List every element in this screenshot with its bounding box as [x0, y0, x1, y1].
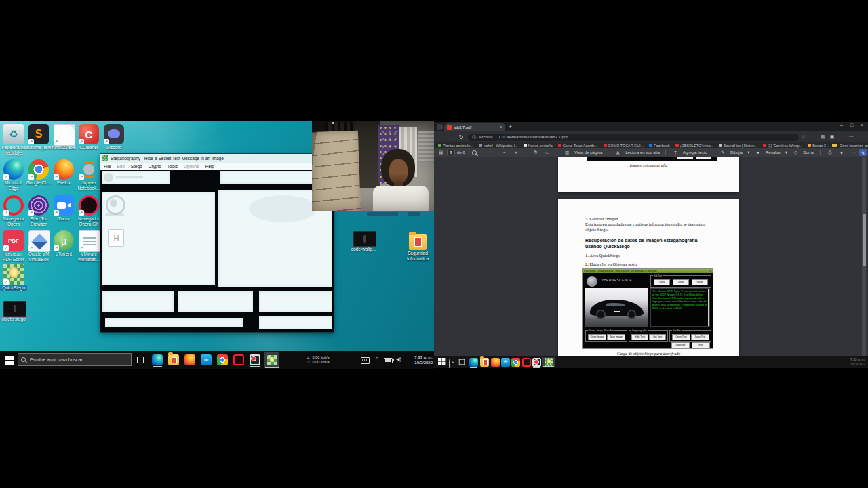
taskbar-app-recorder[interactable]: [250, 354, 260, 365]
upgrade-exit-group-washed[interactable]: [259, 316, 332, 329]
file-info-icon[interactable]: ⓘ: [472, 134, 477, 140]
bookmark-item[interactable]: ¡OBSOLETO! mira...: [675, 144, 713, 148]
taskbar-app-edge[interactable]: [152, 354, 163, 365]
draw-button[interactable]: Dibujar: [730, 150, 743, 155]
window-minimize-button[interactable]: –: [837, 123, 846, 127]
bookmark-item[interactable]: COMO TOCAR GUI...: [604, 144, 644, 148]
taskbar-app-explorer[interactable]: [168, 354, 179, 365]
pdf-page-number-input[interactable]: 3: [447, 150, 455, 155]
desktop-icon-code-wallpaper[interactable]: code-wallp...: [349, 231, 378, 252]
erase-button[interactable]: Borrar: [803, 150, 814, 155]
menu-stego[interactable]: Stego: [131, 164, 142, 169]
zoom-in-icon[interactable]: +: [512, 150, 520, 155]
start-button[interactable]: [438, 358, 445, 365]
scrollbar-thumb[interactable]: [863, 214, 866, 266]
desktop-icon-objeto-stego[interactable]: objeto stego: [0, 301, 27, 322]
menu-edit[interactable]: Edit: [117, 164, 124, 169]
picture-file-group-washed[interactable]: [102, 291, 174, 312]
desktop-icon-virtualbox[interactable]: ↗ Oracle VM VirtualBox: [25, 230, 52, 262]
taskbar-app-chrome[interactable]: [217, 354, 228, 365]
taskbar-app-explorer[interactable]: [480, 358, 489, 367]
address-bar[interactable]: ⓘ Archivo | C:/Users/admin/Downloads/lab…: [468, 134, 799, 141]
taskbar-app-mail[interactable]: [501, 358, 510, 367]
pdf-scrollbar[interactable]: [862, 157, 866, 356]
bookmark-item[interactable]: (1) 'Careless Whisp...: [763, 144, 802, 148]
desktop-icon-rundll32[interactable]: ↗ rundll32.exe: [50, 124, 77, 150]
bookmark-item[interactable]: Facebook: [649, 144, 670, 148]
desktop-icon-quickstego[interactable]: ↗ QuickStego: [0, 264, 27, 291]
back-icon[interactable]: ←: [434, 134, 445, 140]
new-tab-button[interactable]: +: [509, 123, 512, 130]
more-tools-icon[interactable]: ⋯: [849, 150, 857, 155]
desktop-icon-edge[interactable]: ↗ Microsoft Edge: [0, 159, 27, 190]
taskbar-clock[interactable]: 7:33 p. m. 10/3/2022: [406, 354, 433, 365]
desktop-icon-ccleaner[interactable]: ↗ CCleaner: [75, 124, 102, 150]
taskbar-app-recorder[interactable]: [532, 358, 541, 367]
desktop-icon-chrome[interactable]: ↗ Google Ch...: [25, 159, 52, 186]
collections-icon[interactable]: ▤: [818, 134, 827, 140]
image-panel-washed[interactable]: H: [102, 192, 215, 285]
speaker-icon[interactable]: ◀): [396, 356, 401, 363]
menu-options[interactable]: Options: [184, 164, 199, 169]
menu-help[interactable]: Help: [205, 164, 214, 169]
save-icon[interactable]: ▼: [837, 150, 846, 155]
taskbar-app-quickstego-active[interactable]: [264, 352, 279, 368]
desktop-icon-sublime-text[interactable]: ↗ sublime_text: [25, 124, 52, 150]
window-close-button[interactable]: ×: [857, 123, 867, 127]
tab-actions-icon[interactable]: [437, 124, 443, 130]
taskbar-app-edge[interactable]: [469, 358, 478, 367]
steganography-group-washed[interactable]: [178, 291, 253, 312]
print-icon[interactable]: ⎙: [826, 150, 834, 155]
desktop-icon-vmware[interactable]: ↗ VMware Workstati...: [75, 230, 102, 262]
favorites-star-icon[interactable]: ☆: [799, 134, 808, 140]
text-file-group-washed[interactable]: [259, 291, 332, 312]
desktop-icon-opera-gx[interactable]: ↗ Navegador Opera GX: [75, 195, 102, 226]
taskbar-search-button[interactable]: [449, 359, 450, 368]
bookmark-item[interactable]: SoundHax | Ninten...: [719, 144, 757, 148]
settings-more-icon[interactable]: ⋯: [846, 134, 856, 140]
tab-close-icon[interactable]: ×: [500, 124, 502, 131]
ink-tool-button-active[interactable]: ✎: [859, 149, 867, 156]
desktop-icon-tor-browser[interactable]: ↗ Start Tor Browser: [25, 195, 52, 226]
bookmarks-overflow-chevron[interactable]: ›: [828, 142, 829, 149]
taskbar-app-chrome[interactable]: [511, 358, 520, 367]
fit-page-icon[interactable]: ▭: [543, 150, 551, 155]
highlight-dropdown-icon[interactable]: ▾: [784, 150, 788, 155]
browser-tab-active[interactable]: lab3.7.pdf ×: [444, 123, 505, 131]
menu-tools[interactable]: Tools: [167, 164, 178, 169]
bookmark-item[interactable]: Como Tocar Acorde...: [558, 144, 598, 148]
bookmark-item[interactable]: Nueva pestaña: [524, 144, 553, 148]
zoom-out-icon[interactable]: −: [500, 150, 509, 155]
refresh-icon[interactable]: ↻: [456, 134, 467, 140]
task-view-button[interactable]: [459, 359, 465, 365]
taskbar-app-firefox[interactable]: [491, 358, 500, 367]
search-input[interactable]: [28, 357, 119, 363]
rotate-icon[interactable]: ↻: [532, 150, 540, 155]
menu-crypto[interactable]: Crypto: [149, 164, 161, 169]
desktop-icon-opera[interactable]: ↗ Navegador Opera: [0, 195, 27, 226]
menu-file[interactable]: File: [104, 164, 111, 169]
add-text-button[interactable]: Agregar texto: [683, 150, 707, 155]
read-aloud-button[interactable]: Lectura en voz alta: [625, 150, 660, 155]
taskbar-app-firefox[interactable]: [184, 354, 195, 365]
desktop-icon-recycle-bin[interactable]: Papelera de reciclaje: [0, 124, 27, 155]
desktop-icon-discord[interactable]: ↗ Discord: [100, 124, 127, 150]
desktop-icon-jupyter[interactable]: ↗ Jupyter Notebook...: [75, 159, 102, 190]
tray-expand-chevron[interactable]: ^: [376, 355, 378, 361]
taskbar-clock[interactable]: 7:33 p. m. 10/3/2022: [850, 357, 865, 366]
taskbar-app-opera[interactable]: [522, 358, 531, 367]
highlight-button[interactable]: Resaltar: [766, 150, 781, 155]
start-button[interactable]: [5, 356, 14, 365]
taskbar-app-quickstego-active[interactable]: [542, 357, 555, 367]
desktop-icon-seguridad-folder[interactable]: Seguridad Informatica: [403, 234, 433, 261]
battery-icon[interactable]: [384, 358, 393, 363]
bookmark-item[interactable]: Ixchel - Wikipedia, l...: [479, 144, 518, 148]
desktop-icon-utorrent[interactable]: ↗ µTorrent: [50, 230, 77, 257]
desktop-icon-zoom[interactable]: ↗ Zoom: [50, 195, 77, 222]
keyboard-layout-icon[interactable]: [361, 357, 370, 364]
taskbar-app-opera[interactable]: [233, 354, 244, 365]
page-view-button[interactable]: Vista de página: [574, 150, 602, 155]
desktop-icon-icecream-pdf[interactable]: ↗ Icecream PDF Editor: [0, 230, 27, 262]
desktop-icon-firefox[interactable]: ↗ Firefox: [50, 159, 77, 186]
window-title-bar[interactable]: Steganography - Hide a Secret Text Messa…: [100, 154, 334, 163]
